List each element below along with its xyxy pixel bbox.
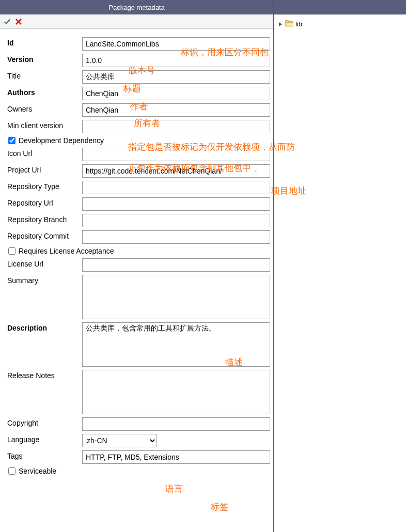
title-label: Title [7, 70, 82, 80]
tree-root-node[interactable]: lib [278, 19, 402, 29]
form-area: Id Version Title Authors Owners Min clie [0, 29, 273, 532]
summary-input[interactable] [82, 275, 270, 319]
title-input[interactable] [82, 70, 270, 84]
svg-rect-1 [285, 21, 288, 22]
id-input[interactable] [82, 37, 270, 51]
serviceable-label: Serviceable [19, 467, 56, 475]
license-url-label: License Url [7, 258, 82, 268]
repo-commit-input[interactable] [82, 230, 270, 244]
repo-type-input[interactable] [82, 181, 270, 194]
language-select[interactable]: zh-CN [82, 434, 157, 447]
tree-root-label: lib [295, 20, 302, 28]
right-header-bar [274, 0, 406, 14]
repo-commit-label: Repository Commit [7, 230, 82, 240]
icon-url-input[interactable] [82, 148, 270, 161]
repo-url-input[interactable] [82, 197, 270, 211]
cancel-icon[interactable] [14, 18, 23, 26]
id-label: Id [7, 37, 82, 47]
project-url-input[interactable] [82, 164, 270, 178]
project-url-label: Project Url [7, 164, 82, 174]
requires-license-checkbox[interactable] [8, 247, 15, 255]
icon-url-label: Icon Url [7, 148, 82, 158]
description-input[interactable] [82, 322, 270, 367]
copyright-input[interactable] [82, 417, 270, 431]
authors-label: Authors [7, 87, 82, 97]
owners-label: Owners [7, 103, 82, 113]
owners-input[interactable] [82, 103, 270, 117]
panel-title-bar: Package metadata [0, 0, 273, 14]
version-label: Version [7, 54, 82, 64]
license-url-input[interactable] [82, 258, 270, 272]
release-notes-label: Release Notes [7, 370, 82, 380]
serviceable-checkbox[interactable] [8, 467, 15, 475]
tree-panel: lib [274, 0, 406, 532]
repo-type-label: Repository Type [7, 181, 82, 191]
description-label: Description [7, 322, 82, 332]
release-notes-input[interactable] [82, 370, 270, 414]
summary-label: Summary [7, 275, 82, 285]
min-client-label: Min client version [7, 120, 82, 130]
tags-label: Tags [7, 450, 82, 460]
tree-area: lib [274, 14, 406, 532]
panel-title: Package metadata [108, 4, 164, 11]
dev-dependency-checkbox[interactable] [8, 137, 15, 144]
toolbar [0, 14, 273, 29]
tags-input[interactable] [82, 450, 270, 464]
copyright-label: Copyright [7, 417, 82, 427]
repo-url-label: Repository Url [7, 197, 82, 207]
folder-stack-icon [285, 20, 293, 28]
metadata-panel: Package metadata Id Version Title [0, 0, 274, 532]
min-client-input[interactable] [82, 120, 270, 133]
accept-icon[interactable] [3, 18, 11, 26]
authors-input[interactable] [82, 87, 270, 100]
tree-expand-icon[interactable] [278, 22, 283, 27]
repo-branch-input[interactable] [82, 214, 270, 227]
requires-license-label: Requires License Acceptance [19, 247, 114, 255]
version-input[interactable] [82, 54, 270, 67]
dev-dependency-label: Development Dependency [19, 136, 104, 145]
svg-rect-2 [286, 22, 293, 27]
language-label: Language [7, 434, 82, 444]
repo-branch-label: Repository Branch [7, 214, 82, 224]
